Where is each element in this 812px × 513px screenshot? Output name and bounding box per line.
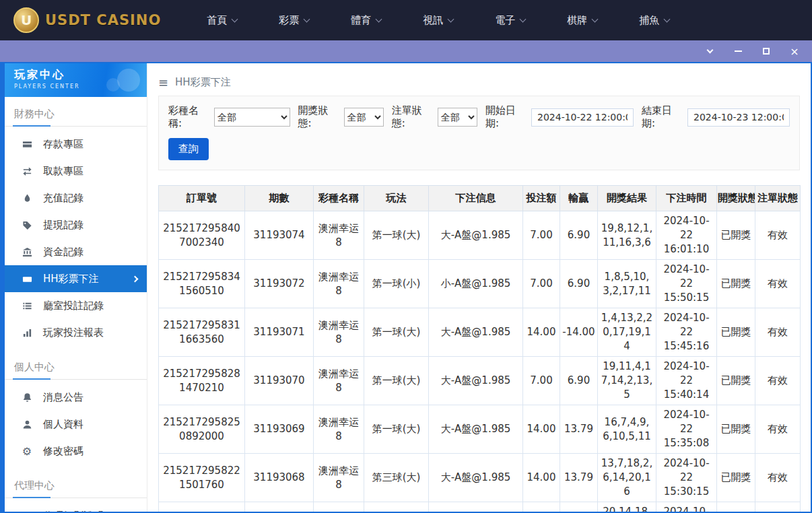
nav-item-label: 視訊 — [423, 14, 443, 27]
table-cell: 2152172958407002340 — [159, 211, 245, 260]
table-cell: 第一球(小) — [364, 502, 429, 512]
nav-item-lottery[interactable]: 彩票 — [279, 14, 309, 27]
maximize-icon[interactable] — [761, 46, 772, 57]
table-cell: 2024-10-22 15:45:16 — [656, 308, 717, 357]
column-header: 輸贏 — [560, 186, 598, 211]
table-cell: 第一球(大) — [364, 308, 429, 357]
table-cell: 已開獎 — [717, 308, 755, 357]
table-cell: 澳洲幸运8 — [314, 260, 364, 308]
nav-item-label: 首頁 — [207, 14, 227, 27]
table-cell: 第三球(大) — [364, 454, 429, 502]
table-cell: 13.79 — [560, 454, 598, 502]
start-date-input[interactable] — [531, 108, 634, 127]
personal-menu: 消息公告 個人資料 ⚙ 修改密碼 — [5, 380, 147, 469]
table-cell: 大-A盤@1.985 — [429, 405, 523, 454]
nav-item-sports[interactable]: 體育 — [351, 14, 381, 27]
end-date-input[interactable] — [687, 108, 790, 127]
sidebar-item-change-password[interactable]: ⚙ 修改密碼 — [5, 438, 147, 465]
table-cell: 7.00 — [523, 502, 560, 512]
table-cell: 澳洲幸运8 — [314, 211, 364, 260]
sidebar-item-hh-lottery-bet[interactable]: HH彩票下注 — [5, 265, 147, 292]
sidebar-item-player-bet-report[interactable]: 玩家投注報表 — [5, 319, 147, 346]
bet-status-label: 注單狀態: — [392, 104, 434, 130]
sidebar-item-recharge-record[interactable]: 充值記錄 — [5, 184, 147, 211]
nav-item-fishing[interactable]: 捕魚 — [639, 14, 669, 27]
table-cell: 有效 — [755, 502, 801, 512]
start-date-label: 開始日期: — [485, 104, 527, 130]
table-cell: 已開獎 — [717, 454, 755, 502]
nav-item-home[interactable]: 首頁 — [207, 14, 237, 27]
nav-item-electronic[interactable]: 電子 — [495, 14, 525, 27]
nav-item-video[interactable]: 視訊 — [423, 14, 453, 27]
column-header: 下注信息 — [429, 186, 523, 211]
end-date-label: 結束日期: — [642, 104, 683, 130]
sidebar-item-cashout-record[interactable]: 提現記錄 — [5, 211, 147, 238]
column-header: 注單狀態 — [755, 186, 801, 211]
gear-icon: ⚙ — [21, 445, 33, 458]
finance-menu: 存款專區 取款專區 充值記錄 提現記錄 — [5, 127, 147, 350]
nav-item-boardgames[interactable]: 棋牌 — [567, 14, 597, 27]
table-cell: 31193070 — [245, 357, 314, 405]
sidebar-item-deposit[interactable]: 存款專區 — [5, 131, 147, 158]
table-cell: 13,7,18,2,6,14,20,16 — [598, 454, 656, 502]
table-cell: 19,11,4,17,14,2,13,5 — [598, 357, 656, 405]
sidebar-item-label: 玩家投注報表 — [43, 327, 104, 339]
hamburger-icon[interactable]: ≡ — [158, 75, 168, 90]
table-cell: 2152172958250892000 — [159, 405, 245, 454]
sidebar-item-hall-bet-record[interactable]: 廳室投註記錄 — [5, 292, 147, 319]
sidebar-item-label: 充值記錄 — [43, 192, 83, 205]
filter-row: 彩種名稱: 全部 開獎狀態: 全部 注單狀態: 全部 開始日期: 結束日期: — [168, 104, 790, 130]
section-finance-center: 財務中心 — [5, 97, 147, 127]
column-header: 投注額 — [523, 186, 560, 211]
table-cell: 大-A盤@1.985 — [429, 211, 523, 260]
column-header: 開獎結果 — [598, 186, 656, 211]
table-cell: 小-A盤@1.985 — [429, 502, 523, 512]
table-cell: 第一球(小) — [364, 260, 429, 308]
table-cell: 澳洲幸运8 — [314, 454, 364, 502]
bet-table-head: 訂單號期數彩種名稱玩法下注信息投注額輸贏開獎結果下注時間開獎狀態注單狀態 — [159, 186, 801, 211]
table-cell: 2024-10-22 15:35:08 — [656, 405, 717, 454]
table-cell: 已開獎 — [717, 357, 755, 405]
table-cell: -14.00 — [560, 308, 598, 357]
bet-status-select[interactable]: 全部 — [438, 108, 477, 127]
chevron-down-icon — [304, 15, 310, 22]
brand-logo: U USDT CASINO — [13, 7, 161, 33]
table-row: 215217295834156051031193072澳洲幸运8第一球(小)小-… — [159, 260, 801, 308]
chevron-down-icon — [592, 15, 599, 22]
sidebar-item-profile[interactable]: 個人資料 — [5, 411, 147, 438]
nav-item-label: 棋牌 — [567, 14, 587, 27]
sidebar-item-funds-record[interactable]: 資金記錄 — [5, 238, 147, 265]
table-cell: 14.00 — [523, 308, 560, 357]
table-cell: 7.00 — [523, 357, 560, 405]
sidebar-item-announcements[interactable]: 消息公告 — [5, 384, 147, 411]
app-window: 玩家中心 PLAYERS CENTER 財務中心 存款專區 取款專區 — [0, 62, 812, 513]
draw-status-select[interactable]: 全部 — [344, 108, 384, 127]
column-header: 開獎狀態 — [717, 186, 755, 211]
table-row: 215217295828147021031193070澳洲幸运8第一球(大)大-… — [159, 357, 801, 405]
sidebar-item-label: 取款專區 — [43, 165, 83, 178]
minimize-icon[interactable] — [733, 46, 743, 57]
sidebar-item-agent-rules[interactable]: 代理規則說明 — [5, 502, 147, 512]
section-personal-center: 個人中心 — [5, 350, 147, 380]
chevron-down-icon — [520, 15, 527, 22]
table-cell: 19,8,12,1,11,16,3,6 — [598, 211, 656, 260]
player-center-subtitle: PLAYERS CENTER — [14, 83, 147, 90]
table-cell: 大-A盤@1.985 — [429, 308, 523, 357]
sidebar-item-label: HH彩票下注 — [43, 273, 99, 285]
cashout-record-icon — [21, 220, 33, 230]
sidebar-item-withdraw[interactable]: 取款專區 — [5, 158, 147, 184]
collapse-chevron-icon[interactable] — [704, 46, 715, 57]
nav-item-label: 彩票 — [279, 14, 299, 27]
hall-bet-record-icon — [21, 301, 33, 311]
lottery-name-select[interactable]: 全部 — [214, 108, 290, 127]
search-button[interactable]: 查詢 — [168, 138, 209, 160]
table-row: 215217295825089200031193069澳洲幸运8第一球(大)大-… — [159, 405, 801, 454]
close-icon[interactable]: × — [789, 46, 800, 57]
table-cell: 有效 — [755, 308, 801, 357]
table-cell: 第一球(大) — [364, 405, 429, 454]
sidebar-header: 玩家中心 PLAYERS CENTER — [5, 63, 147, 97]
table-cell: 6.90 — [560, 357, 598, 405]
table-cell: 31193072 — [245, 260, 314, 308]
lottery-name-label: 彩種名稱: — [168, 104, 210, 130]
coin-logo-icon: U — [13, 7, 39, 33]
